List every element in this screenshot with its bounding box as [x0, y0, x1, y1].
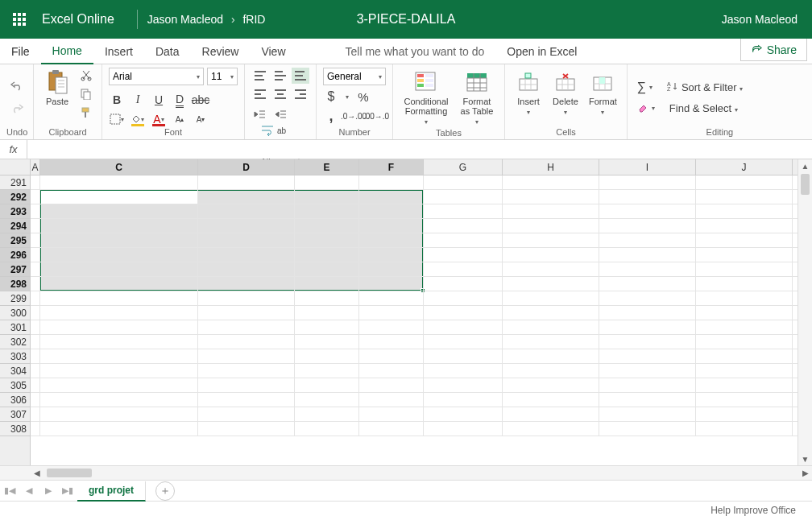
shrink-font-button[interactable]: A▾: [193, 111, 209, 127]
align-middle-button[interactable]: [271, 68, 289, 84]
add-sheet-button[interactable]: ＋: [155, 481, 175, 501]
tab-view[interactable]: View: [250, 39, 296, 64]
row-header[interactable]: 295: [0, 233, 30, 248]
column-header[interactable]: E: [295, 159, 359, 175]
formula-input[interactable]: [27, 140, 812, 159]
increase-indent-button[interactable]: [272, 106, 288, 122]
decrease-decimal-button[interactable]: .00→.0: [368, 108, 384, 124]
copy-button[interactable]: [77, 86, 95, 102]
tab-file[interactable]: File: [0, 39, 41, 64]
column-header[interactable]: H: [503, 159, 599, 175]
row-header[interactable]: 293: [0, 204, 30, 219]
row-header[interactable]: 306: [0, 393, 30, 407]
sheet-nav-last[interactable]: ▶▮: [58, 485, 77, 496]
grow-font-button[interactable]: A▴: [172, 111, 188, 127]
insert-cells-button[interactable]: Insert▾: [512, 68, 545, 118]
align-bottom-button[interactable]: [292, 68, 309, 84]
currency-button[interactable]: $: [323, 89, 339, 105]
percent-button[interactable]: %: [355, 89, 371, 105]
horizontal-scroll-thumb[interactable]: [47, 469, 92, 477]
paste-button[interactable]: Paste: [40, 68, 74, 108]
vertical-scrollbar[interactable]: ▲ ▼: [798, 159, 812, 465]
select-all-corner[interactable]: [0, 159, 31, 175]
format-painter-button[interactable]: [77, 105, 95, 121]
column-header[interactable]: F: [359, 159, 424, 175]
comma-button[interactable]: ,: [323, 108, 339, 124]
fill-color-button[interactable]: ▾: [130, 111, 146, 127]
breadcrumb-folder[interactable]: fRID: [242, 13, 265, 26]
conditional-formatting-button[interactable]: Conditional Formatting ▾: [400, 68, 453, 128]
column-header[interactable]: J: [696, 159, 793, 175]
font-color-button[interactable]: A▾: [151, 111, 167, 127]
scroll-up-arrow[interactable]: ▲: [798, 159, 812, 172]
bold-button[interactable]: B: [109, 92, 125, 108]
column-header[interactable]: A: [31, 159, 40, 175]
row-header[interactable]: 301: [0, 320, 30, 335]
sheet-tab-active[interactable]: grd projet: [77, 481, 146, 502]
sheet-nav-next[interactable]: ▶: [39, 485, 58, 496]
wrap-text-button[interactable]: ab: [258, 122, 309, 138]
grid-cells[interactable]: [31, 175, 798, 465]
user-menu[interactable]: Jason Macleod: [722, 13, 812, 26]
format-as-table-button[interactable]: Format as Table ▾: [456, 68, 498, 128]
column-header[interactable]: C: [40, 159, 198, 175]
help-improve-link[interactable]: Help Improve Office: [710, 505, 796, 516]
row-header[interactable]: 305: [0, 378, 30, 393]
increase-decimal-button[interactable]: .0→.00: [346, 108, 362, 124]
redo-button[interactable]: [10, 103, 24, 114]
align-top-button[interactable]: [251, 68, 269, 84]
tell-me-search[interactable]: Tell me what you want to do: [346, 39, 485, 64]
column-header[interactable]: D: [198, 159, 295, 175]
column-headers[interactable]: ACDEFGHIJ: [31, 159, 798, 175]
undo-button[interactable]: [10, 80, 24, 92]
share-button[interactable]: Share: [740, 39, 807, 61]
horizontal-scrollbar[interactable]: ◀ ▶: [0, 465, 812, 480]
sheet-nav-first[interactable]: ▮◀: [0, 485, 19, 496]
row-header[interactable]: 292: [0, 190, 30, 204]
font-family-select[interactable]: Arial▾: [109, 68, 204, 85]
row-header[interactable]: 303: [0, 349, 30, 364]
decrease-indent-button[interactable]: [251, 106, 267, 122]
vertical-scroll-thumb[interactable]: [801, 174, 810, 195]
breadcrumb[interactable]: Jason Macleod › fRID: [147, 13, 266, 26]
row-header[interactable]: 302: [0, 335, 30, 349]
row-header[interactable]: 296: [0, 248, 30, 262]
format-cells-button[interactable]: Format▾: [586, 68, 620, 118]
app-launcher-button[interactable]: [0, 0, 39, 39]
cut-button[interactable]: [77, 68, 95, 84]
delete-cells-button[interactable]: Delete▾: [549, 68, 582, 118]
underline-button[interactable]: U: [151, 92, 167, 108]
row-header[interactable]: 297: [0, 262, 30, 277]
tab-home[interactable]: Home: [41, 39, 93, 64]
autosum-button[interactable]: ∑: [637, 80, 646, 94]
borders-button[interactable]: ▾: [109, 111, 125, 127]
row-header[interactable]: 299: [0, 291, 30, 306]
row-headers[interactable]: 2912922932942952962972982993003013023033…: [0, 175, 31, 465]
align-left-button[interactable]: [251, 86, 269, 102]
tab-review[interactable]: Review: [191, 39, 251, 64]
number-format-select[interactable]: General▾: [323, 68, 386, 85]
double-underline-button[interactable]: D: [172, 92, 188, 108]
column-header[interactable]: I: [599, 159, 696, 175]
scroll-left-arrow[interactable]: ◀: [31, 466, 44, 480]
tab-insert[interactable]: Insert: [93, 39, 144, 64]
scroll-down-arrow[interactable]: ▼: [798, 452, 812, 465]
tab-data[interactable]: Data: [144, 39, 191, 64]
row-header[interactable]: 298: [0, 277, 30, 291]
strikethrough-button[interactable]: abc: [193, 92, 209, 108]
align-right-button[interactable]: [292, 86, 309, 102]
scroll-right-arrow[interactable]: ▶: [799, 466, 812, 480]
italic-button[interactable]: I: [130, 92, 146, 108]
breadcrumb-root[interactable]: Jason Macleod: [147, 13, 223, 26]
font-size-select[interactable]: 11▾: [207, 68, 238, 85]
row-header[interactable]: 307: [0, 407, 30, 422]
fx-label[interactable]: fx: [0, 140, 27, 159]
column-header[interactable]: G: [424, 159, 503, 175]
sort-filter-button[interactable]: AZ Sort & Filter ▾: [667, 81, 743, 93]
align-center-button[interactable]: [271, 86, 289, 102]
row-header[interactable]: 300: [0, 306, 30, 320]
spreadsheet-grid[interactable]: ACDEFGHIJ 291292293294295296297298299300…: [0, 159, 812, 465]
find-select-button[interactable]: Find & Select ▾: [669, 102, 738, 114]
row-header[interactable]: 304: [0, 364, 30, 378]
open-in-excel-button[interactable]: Open in Excel: [507, 39, 577, 64]
